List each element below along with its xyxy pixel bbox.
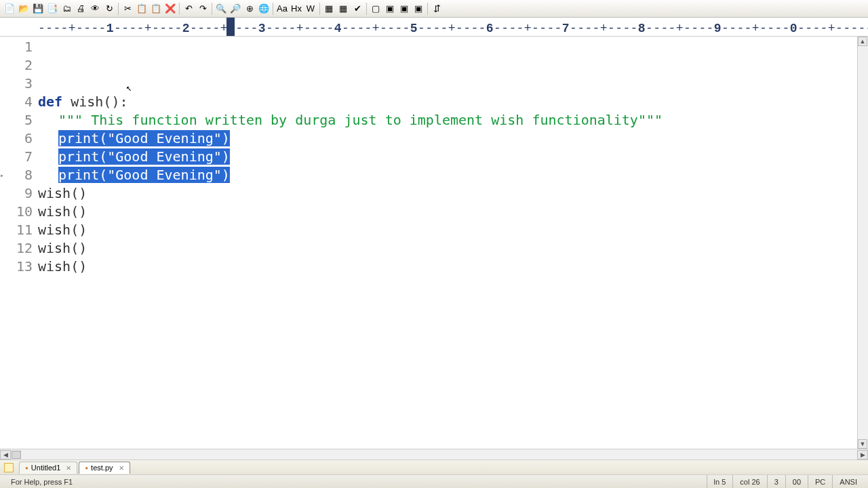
tab-label: test.py (91, 464, 113, 472)
toolbar-button[interactable]: ▣ (383, 2, 397, 16)
code-line[interactable]: wish() (38, 203, 868, 221)
line-number: 6 (7, 129, 33, 148)
toolbar-button[interactable]: ⇵ (430, 2, 443, 16)
line-number: 13 (7, 258, 33, 276)
toolbar-button[interactable]: ↷ (196, 2, 210, 16)
line-number: 3 (7, 75, 33, 93)
line-number-gutter: 12345678910111213 (7, 37, 38, 449)
code-line[interactable] (38, 312, 868, 331)
line-number: 11 (7, 221, 33, 239)
code-line[interactable]: print("Good Evening") (38, 148, 868, 166)
line-number: 12 (7, 239, 33, 258)
scroll-thumb[interactable] (12, 451, 21, 459)
document-tab[interactable]: ●test.py✕ (79, 462, 130, 474)
code-line[interactable]: print("Good Evening") (38, 129, 868, 148)
toolbar-button[interactable]: ❌ (163, 2, 177, 16)
current-line-arrow-icon: ▸ (0, 166, 4, 184)
close-tab-icon[interactable]: ✕ (119, 464, 124, 472)
line-number: 4 (7, 93, 33, 111)
tab-label: Untitled1 (31, 464, 60, 472)
code-line[interactable]: wish() (38, 221, 868, 239)
toolbar-button[interactable]: ↻ (102, 2, 116, 16)
toolbar-button[interactable]: W (304, 2, 317, 16)
status-col: col 26 (732, 475, 766, 488)
toolbar-button[interactable]: ▣ (412, 2, 425, 16)
toolbar-button[interactable]: ▢ (369, 2, 382, 16)
status-mode: 00 (785, 475, 808, 488)
line-number: 8 (7, 166, 33, 184)
toolbar-button[interactable]: ▣ (397, 2, 411, 16)
ruler: ----+----1----+----2----+----3----+----4… (0, 18, 868, 37)
status-help: For Help, press F1 (4, 475, 707, 488)
toolbar-button[interactable]: 🔎 (229, 2, 242, 16)
selected-text[interactable]: print("Good Evening") (58, 130, 230, 146)
toolbar-button[interactable]: ⊕ (243, 2, 256, 16)
toolbar-button[interactable]: ▦ (322, 2, 336, 16)
document-icon (4, 463, 14, 472)
code-line[interactable] (38, 276, 868, 294)
selected-text[interactable]: print("Good Evening") (58, 148, 230, 165)
status-charset: ANSI (832, 475, 864, 488)
status-sel: 3 (767, 475, 785, 488)
document-tabs: ●Untitled1✕●test.py✕ (0, 460, 868, 474)
toolbar-button[interactable]: 📋 (149, 2, 163, 16)
modified-dot-icon: ● (25, 465, 28, 471)
toolbar-button[interactable]: Hx (290, 2, 303, 16)
line-number: 1 (7, 38, 33, 56)
scroll-up-icon[interactable]: ▲ (858, 37, 867, 46)
toolbar-button[interactable]: 👁 (88, 2, 102, 16)
toolbar-button[interactable]: ↶ (182, 2, 195, 16)
status-enc: PC (808, 475, 832, 488)
line-number: 10 (7, 203, 33, 221)
scroll-down-icon[interactable]: ▼ (858, 439, 867, 449)
status-line: ln 5 (707, 475, 733, 488)
toolbar-button[interactable]: 📑 (45, 2, 59, 16)
toolbar-button[interactable]: 📄 (3, 2, 16, 16)
toolbar-button[interactable]: 📂 (17, 2, 31, 16)
code-line[interactable]: wish() (38, 258, 868, 276)
document-tab[interactable]: ●Untitled1✕ (19, 462, 77, 474)
toolbar-button[interactable]: 💾 (31, 2, 45, 16)
fold-column (0, 37, 7, 449)
code-line[interactable]: wish() (38, 239, 868, 258)
editor-area[interactable]: 12345678910111213 ↖ def wish(): """ This… (0, 37, 868, 449)
line-number: 9 (7, 184, 33, 203)
toolbar-button[interactable]: 📋 (135, 2, 149, 16)
code-line[interactable]: def wish(): (38, 93, 868, 111)
line-number: 2 (7, 56, 33, 75)
toolbar-button[interactable]: 🖨 (74, 2, 87, 16)
modified-dot-icon: ● (85, 465, 88, 471)
code-editor[interactable]: ↖ def wish(): """ This function written … (38, 37, 868, 449)
horizontal-scrollbar[interactable]: ◀ ▶ (0, 449, 868, 460)
toolbar-button[interactable]: Aa (275, 2, 289, 16)
scroll-right-icon[interactable]: ▶ (857, 450, 868, 460)
scroll-left-icon[interactable]: ◀ (0, 450, 11, 460)
toolbar-button[interactable]: 🔍 (214, 2, 228, 16)
line-number: 7 (7, 148, 33, 166)
toolbar-button[interactable]: ✔ (351, 2, 364, 16)
toolbar-button[interactable]: ▦ (336, 2, 350, 16)
status-bar: For Help, press F1 ln 5 col 26 3 00 PC A… (0, 474, 868, 488)
toolbar-button[interactable]: ✂ (121, 2, 134, 16)
toolbar-button[interactable]: 🌐 (257, 2, 271, 16)
vertical-scrollbar[interactable]: ▲ ▼ (857, 37, 868, 449)
code-line[interactable]: """ This function written by durga just … (38, 111, 868, 129)
selected-text[interactable]: print("Good Evening") (58, 167, 230, 183)
close-tab-icon[interactable]: ✕ (66, 464, 71, 472)
toolbar-button[interactable]: 🗂 (60, 2, 73, 16)
toolbar: 📄📂💾📑🗂🖨👁↻✂📋📋❌↶↷🔍🔎⊕🌐AaHxW▦▦✔▢▣▣▣⇵ (0, 0, 868, 18)
line-number: 5 (7, 111, 33, 129)
code-line[interactable] (38, 294, 868, 312)
code-line[interactable]: wish() (38, 184, 868, 203)
code-line[interactable]: ▸ print("Good Evening") (38, 166, 868, 184)
ruler-cursor-marker (226, 18, 235, 36)
